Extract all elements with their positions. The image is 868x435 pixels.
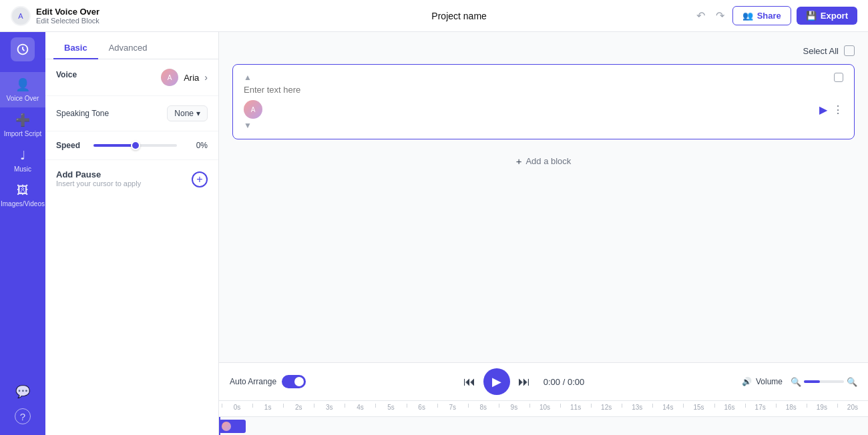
add-pause-button[interactable]: + — [192, 169, 208, 187]
block-play-button[interactable]: ▶ — [819, 103, 827, 116]
timeline-mark: 14s — [652, 404, 683, 411]
header-subtitle: Edit Selected Block — [36, 17, 298, 25]
sidebar-item-voice-over[interactable]: 👤 Voice Over — [0, 72, 45, 107]
add-block-row[interactable]: + Add a block — [232, 147, 855, 175]
voice-label: Voice — [56, 70, 77, 79]
export-button[interactable]: 💾 Export — [797, 7, 857, 25]
voice-avatar: A — [161, 69, 178, 86]
project-name: Project name — [298, 11, 693, 21]
chat-icon[interactable]: 💬 — [11, 380, 34, 403]
zoom-slider[interactable] — [804, 380, 844, 383]
zoom-in-icon[interactable]: 🔍 — [847, 377, 857, 387]
voice-block: ▲ A ▶ ⋮ ▼ — [232, 64, 855, 139]
timeline-mark: 4s — [345, 404, 375, 411]
voice-over-icon: 👤 — [15, 77, 30, 92]
skip-back-button[interactable]: ⏮ — [463, 375, 475, 389]
speed-slider-fill — [93, 144, 136, 147]
avatar[interactable]: A — [11, 6, 31, 26]
play-button[interactable]: ▶ — [483, 368, 510, 395]
speed-value: 0% — [188, 141, 208, 150]
speaking-tone-label: Speaking Tone — [56, 109, 109, 118]
share-button[interactable]: 👥 Share — [732, 6, 791, 25]
images-videos-icon: 🖼 — [17, 183, 29, 197]
help-icon[interactable]: ? — [15, 408, 31, 424]
timeline-track — [219, 417, 868, 435]
select-all-label: Select All — [803, 46, 839, 56]
speaking-tone-section: Speaking Tone None ▾ — [45, 96, 218, 131]
time-display: 0:00 / 0:00 — [544, 377, 584, 387]
panel: Basic Advanced Voice A Aria › Speaking T… — [45, 32, 219, 435]
timeline-mark: 12s — [591, 404, 622, 411]
voice-row: Voice A Aria › — [56, 69, 208, 86]
voice-info[interactable]: A Aria › — [161, 69, 208, 86]
block-checkbox[interactable] — [834, 73, 843, 82]
volume-label: Volume — [756, 377, 783, 386]
transport-bar: Auto Arrange ⏮ ▶ ⏭ 0:00 / 0:00 — [219, 363, 868, 400]
select-all-checkbox[interactable] — [844, 45, 855, 56]
block-chevron-up-icon[interactable]: ▲ — [244, 73, 252, 82]
block-controls-top: ▲ — [244, 73, 843, 82]
sidebar-item-music[interactable]: ♩ Music — [0, 143, 45, 178]
play-icon: ▶ — [492, 374, 501, 389]
block-bottom-row: A ▶ ⋮ — [244, 100, 843, 119]
voice-section: Voice A Aria › — [45, 59, 218, 96]
tab-basic[interactable]: Basic — [53, 37, 98, 59]
timeline-mark: 1s — [252, 404, 283, 411]
add-pause-info: Add Pause Insert your cursor to apply — [56, 169, 141, 187]
timeline-mark: 20s — [837, 404, 868, 411]
select-all-bar: Select All — [232, 45, 855, 56]
undo-button[interactable]: ↶ — [694, 7, 708, 25]
add-pause-section: Add Pause Insert your cursor to apply + — [45, 160, 218, 197]
auto-arrange-row: Auto Arrange — [230, 375, 306, 388]
toggle-thumb — [294, 377, 304, 386]
timeline-mark: 6s — [407, 404, 437, 411]
share-icon: 👥 — [742, 11, 753, 21]
timeline-clip — [219, 420, 246, 433]
timeline-mark: 10s — [529, 404, 560, 411]
right-controls: 🔊 Volume 🔍 🔍 — [742, 377, 857, 387]
tab-advanced[interactable]: Advanced — [98, 37, 158, 59]
block-text-input[interactable] — [244, 85, 843, 95]
timeline-clip-avatar — [222, 422, 231, 431]
panel-tabs: Basic Advanced — [45, 32, 218, 59]
speaking-tone-select[interactable]: None ▾ — [167, 105, 208, 121]
volume-icon: 🔊 — [742, 377, 752, 386]
auto-arrange-toggle[interactable] — [282, 375, 306, 388]
content-top: Select All ▲ A ▶ ⋮ ▼ — [219, 32, 868, 362]
speed-slider-track[interactable] — [93, 144, 177, 147]
header-title: Edit Voice Over — [36, 7, 298, 17]
app-logo[interactable] — [11, 37, 35, 61]
icon-sidebar: 👤 Voice Over ➕ Import Script ♩ Music 🖼 I… — [0, 32, 45, 435]
block-chevron-down-icon[interactable]: ▼ — [244, 121, 252, 130]
timeline-mark: 16s — [714, 404, 745, 411]
skip-forward-button[interactable]: ⏭ — [518, 375, 530, 389]
block-actions: ▶ ⋮ — [819, 103, 843, 116]
tone-chevron-icon: ▾ — [196, 109, 200, 118]
zoom-out-icon[interactable]: 🔍 — [791, 377, 801, 387]
content-area: Select All ▲ A ▶ ⋮ ▼ — [219, 32, 868, 435]
speed-label: Speed — [56, 141, 83, 150]
timeline-mark: 11s — [560, 404, 591, 411]
zoom-row: 🔍 🔍 — [791, 377, 857, 387]
import-script-icon: ➕ — [15, 113, 30, 127]
timeline-mark: 18s — [776, 404, 807, 411]
sidebar-item-import-script[interactable]: ➕ Import Script — [0, 107, 45, 143]
timeline-mark: 7s — [437, 404, 468, 411]
timeline-mark: 9s — [499, 404, 529, 411]
timeline-ruler: 0s1s2s3s4s5s6s7s8s9s10s11s12s13s14s15s16… — [219, 401, 868, 417]
block-more-button[interactable]: ⋮ — [833, 103, 843, 116]
export-icon: 💾 — [806, 11, 817, 21]
volume-row: 🔊 Volume — [742, 377, 783, 386]
music-icon: ♩ — [20, 148, 25, 163]
timeline-mark: 0s — [222, 404, 252, 411]
header: A Edit Voice Over Edit Selected Block Pr… — [0, 0, 868, 32]
timeline-mark: 5s — [375, 404, 406, 411]
redo-button[interactable]: ↷ — [713, 7, 727, 25]
sidebar-item-images-videos[interactable]: 🖼 Images/Videos — [0, 178, 45, 213]
timeline-area: 0s1s2s3s4s5s6s7s8s9s10s11s12s13s14s15s16… — [219, 400, 868, 435]
auto-arrange-label: Auto Arrange — [230, 377, 276, 386]
bottom-bar: Auto Arrange ⏮ ▶ ⏭ 0:00 / 0:00 — [219, 362, 868, 435]
add-block-label: Add a block — [525, 156, 571, 166]
timeline-mark: 8s — [468, 404, 499, 411]
speed-slider-thumb[interactable] — [131, 141, 140, 150]
